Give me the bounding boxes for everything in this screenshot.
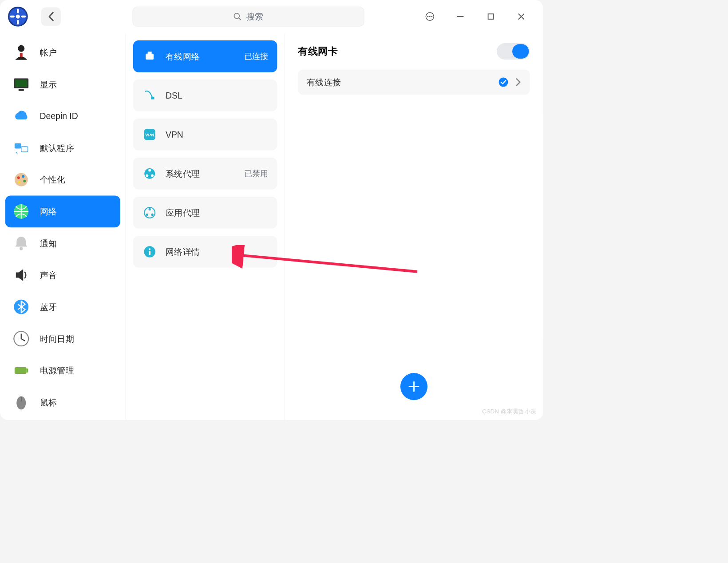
sidebar-item-deepinid[interactable]: Deepin ID — [5, 100, 120, 132]
svg-point-2 — [16, 15, 20, 19]
clock-icon — [11, 329, 31, 349]
svg-rect-6 — [21, 16, 26, 17]
svg-point-42 — [149, 208, 151, 210]
network-icon — [11, 202, 31, 222]
sidebar-item-mouse[interactable]: 鼠标 — [5, 386, 120, 418]
svg-rect-5 — [10, 16, 14, 17]
sidebar-item-display[interactable]: 显示 — [5, 68, 120, 100]
sidebar-item-sound[interactable]: 声音 — [5, 259, 120, 291]
sidebar-item-network[interactable]: 网络 — [5, 195, 120, 227]
category-status: 已连接 — [244, 51, 268, 62]
sidebar-item-label: 默认程序 — [40, 142, 75, 154]
menu-button[interactable] — [424, 11, 435, 22]
svg-rect-17 — [19, 89, 24, 91]
sidebar-item-power[interactable]: 电源管理 — [5, 354, 120, 386]
svg-rect-33 — [148, 52, 152, 54]
back-button[interactable] — [41, 7, 61, 26]
info-icon — [142, 245, 157, 259]
network-cat-appproxy[interactable]: 应用代理 — [133, 197, 277, 229]
sidebar-item-label: Deepin ID — [40, 111, 78, 121]
svg-point-9 — [427, 16, 428, 17]
svg-text:VPN: VPN — [145, 132, 154, 137]
category-label: 有线网络 — [166, 51, 200, 62]
app-proxy-icon — [142, 206, 157, 220]
network-cat-wired[interactable]: 有线网络 已连接 — [133, 40, 277, 72]
svg-rect-34 — [151, 97, 154, 99]
svg-point-13 — [18, 45, 24, 52]
svg-point-22 — [22, 175, 24, 178]
svg-rect-19 — [21, 147, 28, 152]
svg-rect-47 — [149, 251, 150, 255]
svg-rect-4 — [17, 20, 19, 24]
svg-rect-3 — [17, 8, 19, 13]
ethernet-icon — [142, 49, 157, 63]
svg-point-43 — [146, 214, 148, 216]
sidebar-item-account[interactable]: 帐户 — [5, 36, 120, 68]
category-label: DSL — [166, 90, 182, 100]
svg-point-10 — [429, 16, 431, 17]
svg-rect-16 — [15, 79, 27, 87]
search-placeholder: 搜索 — [246, 11, 264, 22]
svg-point-26 — [20, 247, 23, 250]
sidebar-item-notification[interactable]: 通知 — [5, 227, 120, 259]
sidebar-item-label: 蓝牙 — [40, 301, 57, 313]
watermark: CSDN @李昊哲小课 — [482, 408, 537, 416]
svg-point-39 — [146, 174, 148, 177]
svg-point-23 — [23, 179, 26, 182]
palette-icon — [11, 170, 31, 190]
sidebar-item-defaultapps[interactable]: 默认程序 — [5, 132, 120, 164]
wired-nic-toggle[interactable] — [497, 43, 530, 59]
connection-row[interactable]: 有线连接 — [298, 70, 530, 95]
detail-panel: 有线网卡 有线连接 — [285, 33, 543, 420]
chevron-right-icon — [515, 78, 521, 87]
category-label: 应用代理 — [166, 207, 200, 218]
user-icon — [11, 42, 31, 62]
bluetooth-icon — [11, 297, 31, 317]
close-button[interactable] — [516, 11, 526, 22]
battery-icon — [11, 361, 31, 381]
svg-rect-32 — [146, 54, 154, 59]
svg-point-24 — [18, 181, 20, 183]
minimize-button[interactable] — [455, 11, 466, 22]
sidebar-item-label: 帐户 — [40, 47, 57, 58]
apps-icon — [11, 138, 31, 158]
network-cat-dsl[interactable]: DSL — [133, 79, 277, 111]
network-cat-details[interactable]: 网络详情 — [133, 236, 277, 268]
svg-rect-12 — [488, 14, 494, 19]
sidebar-item-bluetooth[interactable]: 蓝牙 — [5, 291, 120, 323]
sidebar-item-label: 个性化 — [40, 174, 66, 185]
sidebar-item-label: 声音 — [40, 269, 57, 281]
dsl-icon — [142, 88, 157, 103]
category-status: 已禁用 — [244, 168, 268, 179]
network-cat-vpn[interactable]: VPN VPN — [133, 119, 277, 151]
svg-point-40 — [151, 174, 154, 177]
sidebar-item-label: 时间日期 — [40, 333, 75, 344]
bell-icon — [11, 233, 31, 253]
sidebar-item-label: 网络 — [40, 206, 57, 217]
add-connection-button[interactable] — [400, 373, 427, 400]
display-icon — [11, 74, 31, 94]
svg-rect-29 — [15, 367, 27, 374]
svg-point-38 — [148, 169, 151, 171]
sidebar-item-label: 鼠标 — [40, 396, 57, 408]
svg-point-11 — [431, 16, 432, 17]
maximize-button[interactable] — [486, 11, 496, 22]
svg-point-46 — [149, 248, 150, 250]
check-circle-icon — [498, 77, 509, 87]
vpn-icon: VPN — [142, 127, 157, 142]
sidebar-item-datetime[interactable]: 时间日期 — [5, 323, 120, 355]
search-input[interactable]: 搜索 — [132, 7, 364, 27]
svg-point-21 — [17, 176, 20, 179]
network-cat-sysproxy[interactable]: 系统代理 已禁用 — [133, 158, 277, 190]
app-icon — [7, 5, 29, 28]
sidebar-item-personalization[interactable]: 个性化 — [5, 164, 120, 196]
network-category-list: 有线网络 已连接 DSL VPN VPN 系统代理 已禁用 应用代理 — [126, 33, 285, 420]
mouse-icon — [11, 392, 31, 412]
cloud-icon — [11, 106, 31, 126]
svg-point-48 — [499, 78, 508, 87]
connection-label: 有线连接 — [307, 76, 341, 88]
category-label: VPN — [166, 129, 183, 139]
svg-rect-14 — [20, 53, 23, 57]
sidebar-item-label: 通知 — [40, 238, 57, 249]
search-icon — [233, 12, 241, 21]
